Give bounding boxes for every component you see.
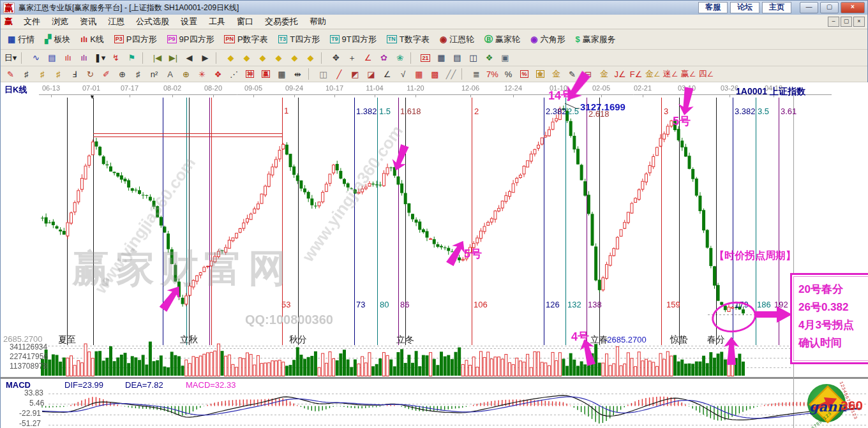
percent-icon[interactable]: % xyxy=(500,67,516,81)
box-tool-icon[interactable]: ◫ xyxy=(315,67,331,81)
diamond-full-icon[interactable]: ◆ xyxy=(303,51,318,65)
fib-grid-icon[interactable]: Ⅎ xyxy=(66,67,82,81)
gold-line-icon[interactable]: 金 xyxy=(548,67,564,81)
fan-lines-icon[interactable]: ╱ xyxy=(331,67,347,81)
brush3-icon[interactable]: ✎ xyxy=(564,67,580,81)
indicator-flag-icon[interactable]: ⚑ xyxy=(124,51,140,65)
calendar-icon[interactable]: 21 xyxy=(417,51,433,65)
toolbar-9t-square-button[interactable]: T99T四方形 xyxy=(325,32,382,47)
j-angle-icon[interactable]: J∠ xyxy=(612,67,628,81)
close-button[interactable]: × xyxy=(841,2,865,13)
toolbar-winner-wheel-button[interactable]: Ⓑ赢家轮 xyxy=(479,32,525,47)
a-line-icon[interactable]: A xyxy=(162,67,178,81)
toolbar-hexagon-button[interactable]: ◉六角形 xyxy=(525,32,570,47)
fan-box-icon[interactable]: ◩ xyxy=(347,67,363,81)
last-page-icon[interactable]: ▶| xyxy=(165,51,181,65)
next-bar-icon[interactable]: ▶ xyxy=(197,51,213,65)
ying-angle-icon[interactable]: 赢∠ xyxy=(680,67,698,81)
save-icon[interactable]: ◫ xyxy=(465,51,481,65)
toolbar-p-number-table-button[interactable]: PNP数字表 xyxy=(219,32,273,47)
brush2-icon[interactable]: ✐ xyxy=(98,67,114,81)
toolbar-kline-button[interactable]: ılıK线 xyxy=(75,32,109,47)
menu-item-tools[interactable]: 工具 xyxy=(203,15,231,29)
forum-button[interactable]: 论坛 xyxy=(730,2,760,13)
hand-tool-icon[interactable]: ✥ xyxy=(328,51,344,65)
menu-item-file[interactable]: 文件 xyxy=(18,15,46,29)
refresh-icon[interactable]: ↯ xyxy=(108,51,124,65)
spider-web-icon[interactable]: ❖ xyxy=(210,67,226,81)
gold-grid2-icon[interactable]: ♯ xyxy=(50,67,66,81)
brush-icon[interactable]: ✎ xyxy=(3,67,19,81)
prev-bar-icon[interactable]: ◀ xyxy=(181,51,197,65)
home-button[interactable]: 主页 xyxy=(762,2,791,13)
menu-item-stock-picker[interactable]: 公式选股 xyxy=(130,15,175,29)
gold2-icon[interactable]: 金 xyxy=(596,67,612,81)
print-icon[interactable]: ▣ xyxy=(497,51,513,65)
spiral-icon[interactable]: ↻ xyxy=(82,67,98,81)
calculator-icon[interactable]: ▦ xyxy=(433,51,449,65)
gann-shape-icon[interactable]: ✿ xyxy=(376,51,392,65)
parallel-lines-icon[interactable]: ╱╱ xyxy=(443,67,459,81)
menu-item-trade[interactable]: 交易委托 xyxy=(259,15,304,29)
toolbar-t-number-table-button[interactable]: TNT数字表 xyxy=(382,32,435,47)
f-angle-icon[interactable]: F∠ xyxy=(628,67,644,81)
gold-circle-icon[interactable]: 金 xyxy=(532,67,548,81)
diamond-hexpand-icon[interactable]: ◆ xyxy=(255,51,271,65)
period-day-dropdown[interactable]: 日▾ xyxy=(3,51,19,65)
toolbar-quotes-button[interactable]: ▦行情 xyxy=(3,32,40,47)
toolbar-sectors-button[interactable]: ▞板块 xyxy=(40,32,75,47)
red-grid2-icon[interactable]: ▩ xyxy=(427,67,443,81)
chart-canvas[interactable] xyxy=(1,82,868,428)
ying-grid-icon[interactable]: 赢 xyxy=(258,67,274,81)
mi-angle-icon[interactable]: 迷∠ xyxy=(662,67,680,81)
diamond-expand-icon[interactable]: ◆ xyxy=(287,51,303,65)
star-burst-icon[interactable]: ✳ xyxy=(194,67,210,81)
mdi-restore[interactable]: ▢ xyxy=(841,17,852,27)
crosshair-icon[interactable]: ＋ xyxy=(344,51,360,65)
notes-icon[interactable]: ▤ xyxy=(449,51,465,65)
menu-item-gann[interactable]: 江恩 xyxy=(102,15,130,29)
width-icon[interactable]: ⇹ xyxy=(290,67,306,81)
toolbar-t-square-button[interactable]: T3T四方形 xyxy=(273,32,325,47)
kline-small-icon[interactable]: ılı xyxy=(60,51,76,65)
toolbar-p-square-button[interactable]: P3P四方形 xyxy=(109,32,162,47)
kline-large-icon[interactable]: ılı xyxy=(76,51,92,65)
angle-tool-icon[interactable]: ∠ xyxy=(360,51,376,65)
si-angle-icon[interactable]: 四∠ xyxy=(697,67,715,81)
menu-item-browse[interactable]: 浏览 xyxy=(46,15,74,29)
menu-item-help[interactable]: 帮助 xyxy=(304,15,332,29)
gann-shape2-icon[interactable]: ❀ xyxy=(392,51,408,65)
info-panel-icon[interactable]: ▤ xyxy=(44,51,60,65)
toolbar-winner-service-button[interactable]: $赢家服务 xyxy=(570,32,620,47)
diamond-right-icon[interactable]: ◆ xyxy=(239,51,255,65)
arrow-angle-icon[interactable]: ∠ xyxy=(379,67,395,81)
n2-icon[interactable]: n² xyxy=(146,67,162,81)
clock-cycle-icon[interactable]: ⊕ xyxy=(114,67,130,81)
percent-levels-icon[interactable]: % xyxy=(516,67,532,81)
menu-item-window[interactable]: 窗口 xyxy=(231,15,259,29)
fan-box2-icon[interactable]: ◪ xyxy=(363,67,379,81)
candle-style-icon[interactable]: ❚▾ xyxy=(92,51,108,65)
toolbar-gann-wheel-button[interactable]: ◉江恩轮 xyxy=(435,32,479,47)
diamond-hshrink-icon[interactable]: ◆ xyxy=(271,51,287,65)
grid-123-icon[interactable]: ▦ xyxy=(274,67,290,81)
shen-grid-icon[interactable]: 神 xyxy=(242,67,258,81)
menu-item-news[interactable]: 资讯 xyxy=(74,15,102,29)
check-line-icon[interactable]: √ xyxy=(395,67,411,81)
minimize-button[interactable]: — xyxy=(800,2,818,13)
red-grid-icon[interactable]: ▦ xyxy=(411,67,427,81)
network-icon[interactable]: ❖ xyxy=(481,51,497,65)
diamond-left-icon[interactable]: ◆ xyxy=(223,51,239,65)
support-button[interactable]: 客服 xyxy=(698,2,728,13)
list-settings-icon[interactable]: ≣ xyxy=(468,67,484,81)
menu-item-settings[interactable]: 设置 xyxy=(175,15,203,29)
restore-button[interactable]: ▢ xyxy=(820,2,839,13)
gold-grid-icon[interactable]: ♯ xyxy=(34,67,50,81)
grid-tool-icon[interactable]: ♯ xyxy=(19,67,34,81)
box-gold-icon[interactable]: ⊟ xyxy=(580,67,596,81)
ruler-grid-icon[interactable]: ♯ xyxy=(130,67,146,81)
mdi-minimize[interactable]: – xyxy=(828,17,839,27)
angle-line-icon[interactable]: ⋰ xyxy=(226,67,242,81)
percent-line-icon[interactable]: 7% xyxy=(484,67,500,81)
mdi-close[interactable]: × xyxy=(853,17,865,27)
